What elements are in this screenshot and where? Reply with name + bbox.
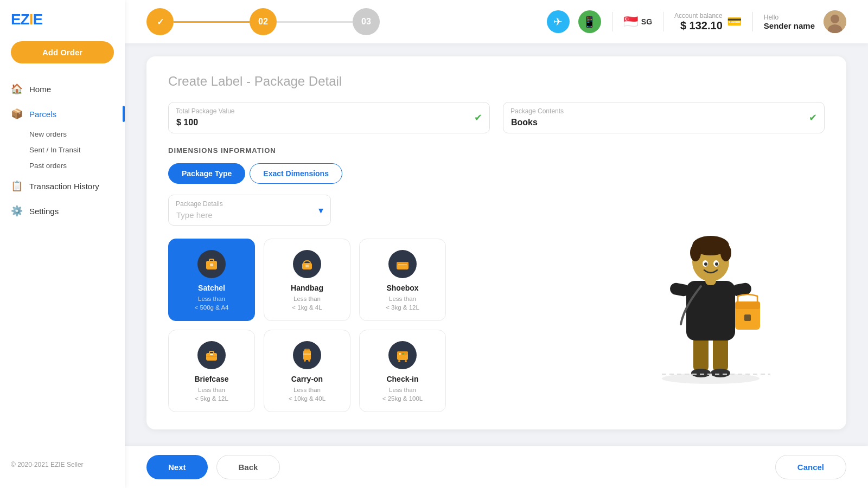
satchel-icon xyxy=(197,250,226,278)
tab-exact-dimensions[interactable]: Exact Dimensions xyxy=(250,163,342,184)
tab-package-type[interactable]: Package Type xyxy=(168,163,245,184)
sidebar-item-new-orders[interactable]: New orders xyxy=(29,126,125,142)
svg-point-1 xyxy=(831,15,839,23)
whatsapp-button[interactable]: 📱 xyxy=(578,10,601,33)
package-card-satchel[interactable]: Satchel Less than< 500g & A4 xyxy=(168,239,255,321)
main-card: Create Label - Package Detail Total Pack… xyxy=(146,56,846,429)
top-form-row: Total Package Value ✔ Package Contents ✔ xyxy=(168,102,825,133)
user-info: Hello Sender name xyxy=(764,14,815,30)
svg-rect-18 xyxy=(399,353,401,355)
svg-rect-40 xyxy=(735,301,760,309)
svg-rect-7 xyxy=(305,265,309,267)
handbag-desc: Less than< 1kg & 4L xyxy=(273,294,341,312)
avatar xyxy=(824,10,846,33)
dimensions-tabs: Package Type Exact Dimensions xyxy=(168,163,825,184)
account-info: Account balance $ 132.10 xyxy=(674,12,723,32)
next-button[interactable]: Next xyxy=(146,455,208,479)
total-package-check-icon: ✔ xyxy=(474,112,482,124)
handbag-icon xyxy=(293,250,321,278)
parcels-icon: 📦 xyxy=(11,108,23,120)
shoebox-name: Shoebox xyxy=(368,284,437,292)
package-contents-group: Package Contents ✔ xyxy=(503,102,825,133)
svg-rect-4 xyxy=(209,259,214,262)
cancel-button[interactable]: Cancel xyxy=(775,455,846,479)
stepper: ✓ 02 03 xyxy=(146,8,380,35)
form-section: Package Details Type here ▾ xyxy=(168,195,597,412)
telegram-button[interactable]: ✈ xyxy=(547,10,570,33)
sidebar-item-home[interactable]: 🏠 Home xyxy=(0,76,125,101)
flag-selector[interactable]: 🇸🇬 SG xyxy=(623,15,652,29)
satchel-name: Satchel xyxy=(177,284,246,292)
back-button[interactable]: Back xyxy=(216,455,280,479)
dimensions-title: DIMENSIONS INFORMATION xyxy=(168,146,825,155)
svg-rect-27 xyxy=(686,281,735,341)
content-area: Create Label - Package Detail Total Pack… xyxy=(125,43,868,446)
step-3: 03 xyxy=(353,8,380,35)
transaction-icon: 📋 xyxy=(11,180,23,192)
sidebar-item-settings[interactable]: ⚙️ Settings xyxy=(0,198,125,223)
check-in-name: Check-in xyxy=(368,375,437,383)
svg-point-35 xyxy=(704,262,707,266)
account-balance-value: $ 132.10 xyxy=(674,20,723,32)
sidebar-item-past-orders[interactable]: Past orders xyxy=(29,158,125,174)
svg-point-25 xyxy=(691,369,711,377)
package-details-select[interactable]: Type here xyxy=(168,195,331,226)
svg-rect-23 xyxy=(693,335,709,373)
svg-rect-37 xyxy=(669,282,690,297)
package-type-grid: Satchel Less than< 500g & A4 xyxy=(168,239,450,412)
package-card-shoebox[interactable]: Shoebox Less than< 3kg & 12L xyxy=(359,239,446,321)
svg-point-20 xyxy=(398,360,400,362)
footer-bar: Next Back Cancel xyxy=(125,446,868,488)
main-content: ✓ 02 03 ✈ 📱 🇸🇬 SG Account balance xyxy=(125,0,868,488)
carry-on-desc: Less than< 10kg & 40L xyxy=(273,386,341,403)
add-order-button[interactable]: Add Order xyxy=(11,41,114,63)
shoebox-desc: Less than< 3kg & 12L xyxy=(368,294,437,312)
satchel-desc: Less than< 500g & A4 xyxy=(177,294,246,312)
carry-on-name: Carry-on xyxy=(273,375,341,383)
sidebar-item-parcels[interactable]: 📦 Parcels xyxy=(0,101,125,126)
step-2: 02 xyxy=(250,8,277,35)
page-title: Create Label - Package Detail xyxy=(168,74,825,89)
svg-rect-11 xyxy=(209,351,214,354)
step-line-1 xyxy=(174,21,250,23)
main-body: Package Details Type here ▾ xyxy=(168,195,825,412)
total-package-group: Total Package Value ✔ xyxy=(168,102,490,133)
sidebar-footer: © 2020-2021 EZIE Seller xyxy=(0,452,125,477)
svg-point-31 xyxy=(690,244,701,261)
package-contents-check-icon: ✔ xyxy=(809,112,817,124)
footer-left: Next Back xyxy=(146,455,280,479)
briefcase-desc: Less than< 5kg & 12L xyxy=(177,386,246,403)
svg-point-26 xyxy=(711,369,730,377)
carry-on-icon xyxy=(293,341,321,369)
package-contents-input[interactable] xyxy=(503,102,825,133)
package-card-check-in[interactable]: Check-in Less than< 25kg & 100L xyxy=(359,330,446,412)
check-in-desc: Less than< 25kg & 100L xyxy=(368,386,437,403)
illustration-section xyxy=(597,195,825,412)
wallet-icon: 💳 xyxy=(727,15,742,29)
package-details-group: Package Details Type here ▾ xyxy=(168,195,331,226)
header-right: ✈ 📱 🇸🇬 SG Account balance $ 132.10 💳 xyxy=(547,10,846,33)
step-line-2 xyxy=(277,21,353,23)
check-in-icon xyxy=(388,341,417,369)
svg-point-21 xyxy=(405,360,407,362)
svg-rect-19 xyxy=(402,353,404,355)
sidebar-subnav-parcels: New orders Sent / In Transit Past orders xyxy=(0,126,125,174)
logo: EZIE xyxy=(0,11,125,41)
package-card-carry-on[interactable]: Carry-on Less than< 10kg & 40L xyxy=(264,330,350,412)
briefcase-icon xyxy=(197,341,226,369)
svg-point-14 xyxy=(304,359,306,362)
sidebar-item-sent-in-transit[interactable]: Sent / In Transit xyxy=(29,142,125,158)
header-divider-3 xyxy=(752,12,753,31)
flag-emoji: 🇸🇬 xyxy=(623,15,638,29)
package-card-briefcase[interactable]: Briefcase Less than< 5kg & 12L xyxy=(168,330,255,412)
sidebar-nav: 🏠 Home 📦 Parcels New orders Sent / In Tr… xyxy=(0,76,125,452)
svg-rect-5 xyxy=(210,264,213,266)
header: ✓ 02 03 ✈ 📱 🇸🇬 SG Account balance xyxy=(125,0,868,43)
total-package-input[interactable] xyxy=(168,102,490,133)
step-1: ✓ xyxy=(146,8,174,35)
sidebar-item-transaction-history[interactable]: 📋 Transaction History xyxy=(0,174,125,198)
sidebar: EZIE Add Order 🏠 Home 📦 Parcels New orde… xyxy=(0,0,125,488)
svg-rect-41 xyxy=(744,314,751,321)
package-card-handbag[interactable]: Handbag Less than< 1kg & 4L xyxy=(264,239,350,321)
svg-rect-24 xyxy=(713,335,728,373)
